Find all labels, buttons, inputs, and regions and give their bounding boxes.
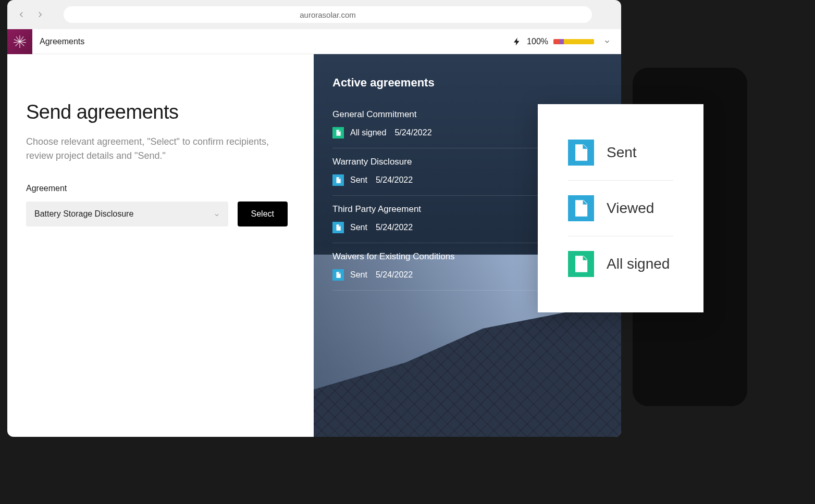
document-icon (332, 222, 344, 233)
url-text: aurorasolar.com (300, 10, 356, 19)
url-bar[interactable]: aurorasolar.com (64, 6, 592, 23)
legend-label: Viewed (607, 200, 654, 217)
progress-segment-yellow (564, 39, 594, 44)
document-icon (568, 140, 594, 166)
page-title: Agreements (40, 37, 84, 46)
agreement-date: 5/24/2022 (376, 223, 413, 232)
status-legend-popover: Sent Viewed All signed (538, 104, 703, 312)
legend-label: All signed (607, 256, 670, 272)
agreement-status: Sent (350, 270, 367, 280)
progress-segment-purple (560, 39, 564, 44)
agreement-field-label: Agreement (26, 184, 288, 193)
chevron-down-icon[interactable] (603, 38, 611, 45)
app-header: Agreements 100% (7, 29, 621, 54)
send-agreements-subtitle: Choose relevant agreement, "Select" to c… (26, 135, 288, 163)
document-icon (332, 174, 344, 186)
legend-label: Sent (607, 144, 637, 161)
active-agreements-heading: Active agreements (332, 76, 602, 90)
agreement-date: 5/24/2022 (394, 128, 431, 137)
progress-percent: 100% (527, 37, 548, 46)
nav-forward-icon[interactable] (34, 9, 46, 20)
agreement-status: Sent (350, 175, 367, 185)
agreement-status: Sent (350, 223, 367, 232)
agreement-date: 5/24/2022 (376, 270, 413, 280)
header-right: 100% (512, 37, 621, 46)
select-button[interactable]: Select (238, 201, 288, 226)
document-icon (332, 269, 344, 281)
dropdown-value: Battery Storage Disclosure (34, 209, 133, 219)
document-icon (332, 127, 344, 138)
send-agreements-heading: Send agreements (26, 101, 288, 123)
bolt-icon (512, 37, 522, 46)
nav-back-icon[interactable] (16, 9, 27, 20)
progress-segment-red (553, 39, 560, 44)
legend-item-allsigned: All signed (568, 236, 673, 292)
progress-bar (553, 39, 594, 44)
main-content: Send agreements Choose relevant agreemen… (7, 54, 621, 437)
send-agreements-panel: Send agreements Choose relevant agreemen… (7, 54, 314, 437)
agreement-date: 5/24/2022 (376, 175, 413, 185)
agreement-status: All signed (350, 128, 386, 137)
legend-item-viewed: Viewed (568, 180, 673, 236)
legend-item-sent: Sent (568, 125, 673, 180)
document-icon (568, 251, 594, 277)
document-icon (568, 195, 594, 221)
agreement-dropdown[interactable]: Battery Storage Disclosure (26, 201, 228, 226)
chevron-down-icon (214, 211, 220, 217)
app-logo[interactable] (7, 29, 32, 54)
browser-chrome: aurorasolar.com (7, 0, 621, 29)
